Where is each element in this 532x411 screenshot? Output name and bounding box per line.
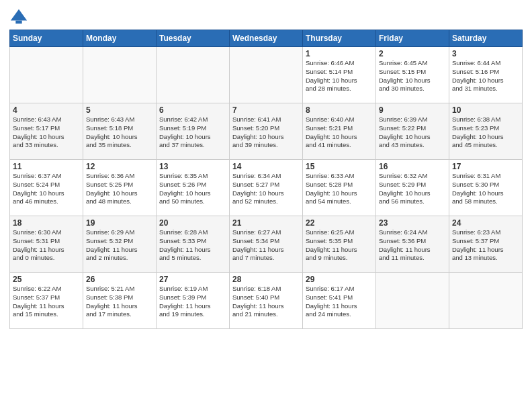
calendar-week-row: 1Sunrise: 6:46 AM Sunset: 5:14 PM Daylig… [10,47,523,103]
day-number: 24 [452,218,519,228]
calendar-cell: 9Sunrise: 6:39 AM Sunset: 5:22 PM Daylig… [376,103,449,160]
day-info: Sunrise: 6:27 AM Sunset: 5:34 PM Dayligh… [232,228,300,263]
day-info: Sunrise: 6:25 AM Sunset: 5:35 PM Dayligh… [306,228,373,263]
calendar-cell: 21Sunrise: 6:27 AM Sunset: 5:34 PM Dayli… [230,216,303,273]
calendar-cell: 2Sunrise: 6:45 AM Sunset: 5:15 PM Daylig… [376,47,449,103]
calendar-week-row: 18Sunrise: 6:30 AM Sunset: 5:31 PM Dayli… [10,216,523,273]
day-info: Sunrise: 6:29 AM Sunset: 5:32 PM Dayligh… [86,228,153,263]
day-info: Sunrise: 6:44 AM Sunset: 5:16 PM Dayligh… [452,59,519,93]
day-info: Sunrise: 6:22 AM Sunset: 5:37 PM Dayligh… [13,285,80,319]
day-info: Sunrise: 6:45 AM Sunset: 5:15 PM Dayligh… [379,59,446,93]
day-number: 19 [86,218,153,228]
calendar-cell [449,273,523,329]
day-number: 11 [13,162,80,171]
day-info: Sunrise: 6:41 AM Sunset: 5:20 PM Dayligh… [232,116,300,150]
calendar-cell: 26Sunrise: 5:21 AM Sunset: 5:38 PM Dayli… [83,273,157,329]
day-number: 21 [232,218,300,228]
day-info: Sunrise: 6:34 AM Sunset: 5:27 PM Dayligh… [232,172,300,206]
calendar-cell [10,47,83,103]
calendar-cell: 12Sunrise: 6:36 AM Sunset: 5:25 PM Dayli… [83,160,157,216]
day-number: 2 [379,49,446,58]
day-info: Sunrise: 6:43 AM Sunset: 5:17 PM Dayligh… [13,116,80,150]
day-number: 25 [13,275,80,284]
calendar-header-wednesday: Wednesday [230,30,303,47]
day-number: 17 [452,162,519,171]
day-number: 1 [306,49,373,58]
day-info: Sunrise: 6:33 AM Sunset: 5:28 PM Dayligh… [306,172,373,206]
calendar-header-thursday: Thursday [303,30,376,47]
day-info: Sunrise: 6:39 AM Sunset: 5:22 PM Dayligh… [379,116,446,150]
day-number: 7 [232,105,300,115]
day-number: 20 [159,218,226,228]
day-number: 18 [13,218,80,228]
calendar-header-row: SundayMondayTuesdayWednesdayThursdayFrid… [10,30,523,47]
calendar-header-tuesday: Tuesday [157,30,230,47]
calendar-cell [376,273,449,329]
day-number: 9 [379,105,446,115]
day-info: Sunrise: 6:30 AM Sunset: 5:31 PM Dayligh… [13,228,80,263]
day-number: 28 [232,275,300,284]
calendar-cell: 17Sunrise: 6:31 AM Sunset: 5:30 PM Dayli… [449,160,523,216]
day-number: 23 [379,218,446,228]
calendar-cell: 1Sunrise: 6:46 AM Sunset: 5:14 PM Daylig… [303,47,376,103]
day-info: Sunrise: 6:37 AM Sunset: 5:24 PM Dayligh… [13,172,80,206]
logo-icon [9,7,28,26]
day-number: 13 [159,162,226,171]
calendar-cell: 5Sunrise: 6:43 AM Sunset: 5:18 PM Daylig… [83,103,157,160]
day-number: 16 [379,162,446,171]
calendar-cell [230,47,303,103]
day-info: Sunrise: 6:23 AM Sunset: 5:37 PM Dayligh… [452,228,519,263]
day-info: Sunrise: 6:40 AM Sunset: 5:21 PM Dayligh… [306,116,373,150]
day-info: Sunrise: 6:43 AM Sunset: 5:18 PM Dayligh… [86,116,153,150]
calendar-cell: 27Sunrise: 6:19 AM Sunset: 5:39 PM Dayli… [157,273,230,329]
day-info: Sunrise: 6:38 AM Sunset: 5:23 PM Dayligh… [452,116,519,150]
svg-marker-0 [11,9,27,21]
page-container: SundayMondayTuesdayWednesdayThursdayFrid… [0,0,532,333]
day-number: 6 [159,105,226,115]
calendar-cell: 13Sunrise: 6:35 AM Sunset: 5:26 PM Dayli… [157,160,230,216]
calendar-header-saturday: Saturday [449,30,523,47]
calendar-cell: 8Sunrise: 6:40 AM Sunset: 5:21 PM Daylig… [303,103,376,160]
calendar-cell: 11Sunrise: 6:37 AM Sunset: 5:24 PM Dayli… [10,160,83,216]
calendar-week-row: 25Sunrise: 6:22 AM Sunset: 5:37 PM Dayli… [10,273,523,329]
calendar-cell: 24Sunrise: 6:23 AM Sunset: 5:37 PM Dayli… [449,216,523,273]
day-number: 10 [452,105,519,115]
day-info: Sunrise: 6:36 AM Sunset: 5:25 PM Dayligh… [86,172,153,206]
calendar-cell: 25Sunrise: 6:22 AM Sunset: 5:37 PM Dayli… [10,273,83,329]
calendar-cell: 18Sunrise: 6:30 AM Sunset: 5:31 PM Dayli… [10,216,83,273]
day-info: Sunrise: 6:35 AM Sunset: 5:26 PM Dayligh… [159,172,226,206]
day-info: Sunrise: 6:24 AM Sunset: 5:36 PM Dayligh… [379,228,446,263]
svg-rect-1 [15,21,21,24]
day-number: 22 [306,218,373,228]
calendar-cell: 28Sunrise: 6:18 AM Sunset: 5:40 PM Dayli… [230,273,303,329]
day-info: Sunrise: 6:19 AM Sunset: 5:39 PM Dayligh… [159,285,226,319]
calendar-cell [157,47,230,103]
day-number: 29 [306,275,373,284]
calendar-cell: 29Sunrise: 6:17 AM Sunset: 5:41 PM Dayli… [303,273,376,329]
calendar-cell: 16Sunrise: 6:32 AM Sunset: 5:29 PM Dayli… [376,160,449,216]
day-info: Sunrise: 6:28 AM Sunset: 5:33 PM Dayligh… [159,228,226,263]
calendar-cell: 10Sunrise: 6:38 AM Sunset: 5:23 PM Dayli… [449,103,523,160]
logo [9,7,31,26]
calendar-cell: 22Sunrise: 6:25 AM Sunset: 5:35 PM Dayli… [303,216,376,273]
day-number: 26 [86,275,153,284]
day-info: Sunrise: 6:18 AM Sunset: 5:40 PM Dayligh… [232,285,300,319]
page-header [9,7,523,26]
day-info: Sunrise: 6:42 AM Sunset: 5:19 PM Dayligh… [159,116,226,150]
day-number: 8 [306,105,373,115]
calendar-week-row: 4Sunrise: 6:43 AM Sunset: 5:17 PM Daylig… [10,103,523,160]
day-number: 3 [452,49,519,58]
calendar-cell [83,47,157,103]
calendar-week-row: 11Sunrise: 6:37 AM Sunset: 5:24 PM Dayli… [10,160,523,216]
calendar-cell: 23Sunrise: 6:24 AM Sunset: 5:36 PM Dayli… [376,216,449,273]
calendar-cell: 3Sunrise: 6:44 AM Sunset: 5:16 PM Daylig… [449,47,523,103]
day-number: 12 [86,162,153,171]
day-number: 5 [86,105,153,115]
day-number: 14 [232,162,300,171]
day-number: 27 [159,275,226,284]
calendar-table: SundayMondayTuesdayWednesdayThursdayFrid… [9,30,523,329]
calendar-cell: 4Sunrise: 6:43 AM Sunset: 5:17 PM Daylig… [10,103,83,160]
calendar-cell: 6Sunrise: 6:42 AM Sunset: 5:19 PM Daylig… [157,103,230,160]
calendar-header-monday: Monday [83,30,157,47]
calendar-cell: 14Sunrise: 6:34 AM Sunset: 5:27 PM Dayli… [230,160,303,216]
